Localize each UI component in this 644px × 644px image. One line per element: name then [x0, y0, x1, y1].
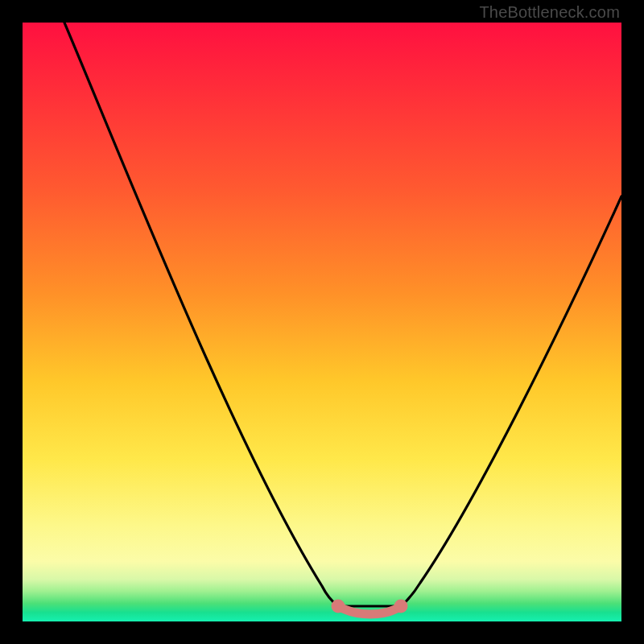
plot-area [23, 23, 621, 621]
chart-stage: TheBottleneck.com [0, 0, 644, 644]
chart-svg [23, 23, 621, 621]
flat-endpoint-right [394, 600, 408, 613]
flat-endpoint-left [332, 600, 345, 613]
bottleneck-curve [64, 23, 621, 606]
watermark-text: TheBottleneck.com [479, 3, 620, 22]
